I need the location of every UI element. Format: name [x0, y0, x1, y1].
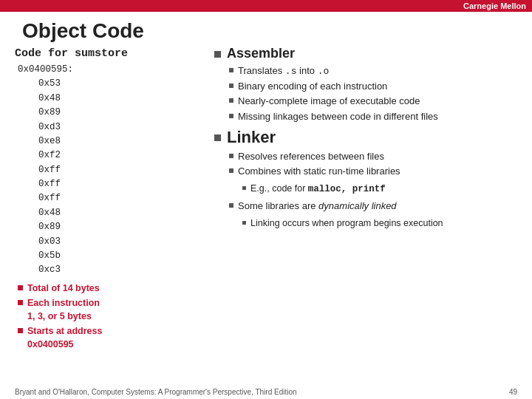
- assembler-item-2-text: Binary encoding of each instruction: [238, 80, 387, 93]
- assembler-sq-bullet: [214, 51, 221, 58]
- bullet-each-text: Each instruction1, 3, or 5 bytes: [27, 297, 100, 323]
- bullet-dot-3: [18, 328, 23, 333]
- sub-sub-sq-2: [242, 221, 246, 225]
- assembler-item-3-text: Nearly-complete image of executable code: [238, 95, 420, 108]
- content-area: Code for sumstore 0x0400595: 0x53 0x48 0…: [0, 46, 532, 353]
- assembler-section-title: Assembler: [214, 46, 517, 61]
- bullet-starts-text: Starts at address0x0400595: [27, 325, 102, 351]
- sub-sq-4: [229, 114, 233, 118]
- assembler-list: Translates .s into .o Binary encoding of…: [214, 64, 517, 123]
- hex-2: 0x89: [18, 106, 207, 120]
- hex-12: 0x5b: [18, 249, 207, 263]
- hex-6: 0xff: [18, 163, 207, 177]
- institution-label: Carnegie Mellon: [463, 1, 526, 10]
- code-heading: Code for sumstore: [15, 46, 207, 60]
- hex-0: 0x53: [18, 77, 207, 91]
- page-title: Object Code: [0, 12, 532, 46]
- code-block: 0x0400595: 0x53 0x48 0x89 0xd3 0xe8 0xf2…: [18, 63, 207, 278]
- hex-1: 0x48: [18, 92, 207, 106]
- assembler-item-4: Missing linkages between code in differe…: [229, 110, 517, 123]
- linker-sq-2: [229, 168, 233, 173]
- assembler-item-1: Translates .s into .o: [229, 64, 517, 78]
- linker-sub-list-2: Linking occurs when program begins execu…: [229, 217, 443, 232]
- left-bullets: Total of 14 bytes Each instruction1, 3, …: [18, 282, 207, 352]
- linker-section-title: Linker: [214, 128, 517, 147]
- right-column: Assembler Translates .s into .o Binary e…: [214, 46, 517, 353]
- footer: Bryant and O'Hallaron, Computer Systems:…: [15, 388, 517, 396]
- hex-3: 0xd3: [18, 120, 207, 134]
- bullet-total: Total of 14 bytes: [18, 282, 207, 296]
- linker-item-1: Resolves references between files: [229, 150, 517, 163]
- hex-5: 0xf2: [18, 149, 207, 163]
- hex-4: 0xe8: [18, 134, 207, 149]
- sub-sub-sq-1: [242, 186, 246, 190]
- linker-title-text: Linker: [227, 128, 276, 147]
- bullet-dot-2: [18, 300, 23, 305]
- linker-sub-item-1: E.g., code for malloc, printf: [242, 183, 386, 197]
- linker-item-2: Combines with static run-time libraries …: [229, 165, 517, 198]
- sub-sq-3: [229, 98, 233, 103]
- footer-page: 49: [509, 388, 517, 396]
- bullet-each: Each instruction1, 3, or 5 bytes: [18, 297, 207, 323]
- linker-item-2-text: Combines with static run-time libraries: [238, 165, 400, 178]
- assembler-title: Assembler: [227, 46, 295, 61]
- hex-8: 0xff: [18, 191, 207, 205]
- linker-list: Resolves references between files Combin…: [214, 150, 517, 232]
- sub-sq-2: [229, 83, 233, 88]
- footer-citation: Bryant and O'Hallaron, Computer Systems:…: [15, 388, 297, 396]
- linker-sub-item-1-text: E.g., code for malloc, printf: [250, 183, 386, 197]
- hex-9: 0x48: [18, 206, 207, 220]
- linker-sq-bullet: [214, 134, 221, 141]
- code-heading-prefix: Code for: [15, 47, 75, 60]
- linker-sub-list-1: E.g., code for malloc, printf: [229, 183, 386, 198]
- code-heading-func: sumstore: [75, 47, 128, 60]
- assembler-item-3: Nearly-complete image of executable code: [229, 95, 517, 108]
- hex-10: 0x89: [18, 220, 207, 234]
- assembler-item-2: Binary encoding of each instruction: [229, 80, 517, 93]
- linker-sq-3: [229, 203, 233, 208]
- linker-sub-item-2: Linking occurs when program begins execu…: [242, 217, 443, 231]
- hex-7: 0xff: [18, 177, 207, 191]
- hex-13: 0xc3: [18, 263, 207, 277]
- assembler-item-1-text: Translates .s into .o: [238, 64, 329, 78]
- linker-sq-1: [229, 154, 233, 158]
- linker-item-3-text: Some libraries are dynamically linked: [238, 200, 397, 213]
- bullet-total-text: Total of 14 bytes: [27, 282, 100, 296]
- linker-item-3: Some libraries are dynamically linked Li…: [229, 200, 517, 232]
- linker-sub-item-2-text: Linking occurs when program begins execu…: [250, 217, 443, 231]
- assembler-item-4-text: Missing linkages between code in differe…: [238, 110, 438, 123]
- cmu-header: Carnegie Mellon: [0, 0, 532, 12]
- address-line: 0x0400595:: [18, 63, 207, 77]
- sub-sq-1: [229, 68, 233, 72]
- hex-11: 0x03: [18, 235, 207, 249]
- bullet-starts: Starts at address0x0400595: [18, 325, 207, 351]
- bullet-dot-1: [18, 285, 23, 290]
- left-column: Code for sumstore 0x0400595: 0x53 0x48 0…: [15, 46, 207, 353]
- linker-item-1-text: Resolves references between files: [238, 150, 384, 163]
